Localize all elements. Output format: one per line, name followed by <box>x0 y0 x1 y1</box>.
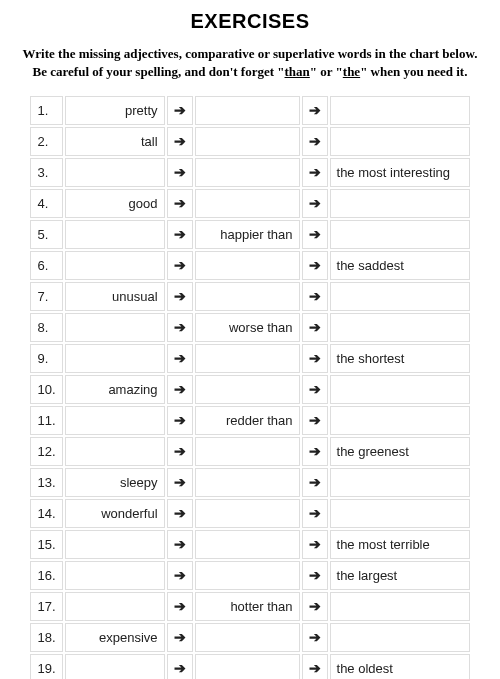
arrow-icon: ➔ <box>167 654 193 679</box>
superlative-cell[interactable] <box>330 220 470 249</box>
comparative-cell[interactable]: redder than <box>195 406 300 435</box>
arrow-icon: ➔ <box>302 189 328 218</box>
table-row: 17.➔hotter than➔ <box>30 592 469 621</box>
row-number: 16. <box>30 561 62 590</box>
table-row: 6.➔➔the saddest <box>30 251 469 280</box>
instructions-line2a: Be careful of your spelling, and don't f… <box>33 64 285 79</box>
comparative-cell[interactable] <box>195 623 300 652</box>
superlative-cell[interactable]: the largest <box>330 561 470 590</box>
instructions-the: the <box>343 64 360 79</box>
comparative-cell[interactable] <box>195 96 300 125</box>
positive-cell[interactable] <box>65 313 165 342</box>
positive-cell[interactable]: unusual <box>65 282 165 311</box>
comparative-cell[interactable] <box>195 189 300 218</box>
comparative-cell[interactable] <box>195 375 300 404</box>
table-row: 8.➔worse than➔ <box>30 313 469 342</box>
comparative-cell[interactable] <box>195 251 300 280</box>
comparative-cell[interactable] <box>195 530 300 559</box>
positive-cell[interactable] <box>65 654 165 679</box>
positive-cell[interactable]: good <box>65 189 165 218</box>
superlative-cell[interactable]: the most interesting <box>330 158 470 187</box>
row-number: 13. <box>30 468 62 497</box>
comparative-cell[interactable] <box>195 282 300 311</box>
superlative-cell[interactable]: the greenest <box>330 437 470 466</box>
comparative-cell[interactable] <box>195 468 300 497</box>
row-number: 7. <box>30 282 62 311</box>
arrow-icon: ➔ <box>302 251 328 280</box>
comparative-cell[interactable] <box>195 437 300 466</box>
row-number: 11. <box>30 406 62 435</box>
superlative-cell[interactable] <box>330 313 470 342</box>
arrow-icon: ➔ <box>167 623 193 652</box>
comparative-cell[interactable] <box>195 344 300 373</box>
comparative-cell[interactable]: happier than <box>195 220 300 249</box>
row-number: 14. <box>30 499 62 528</box>
comparative-cell[interactable] <box>195 499 300 528</box>
positive-cell[interactable]: pretty <box>65 96 165 125</box>
arrow-icon: ➔ <box>302 437 328 466</box>
superlative-cell[interactable] <box>330 96 470 125</box>
arrow-icon: ➔ <box>302 561 328 590</box>
arrow-icon: ➔ <box>302 344 328 373</box>
table-row: 3.➔➔the most interesting <box>30 158 469 187</box>
positive-cell[interactable]: sleepy <box>65 468 165 497</box>
row-number: 6. <box>30 251 62 280</box>
table-row: 14.wonderful➔➔ <box>30 499 469 528</box>
table-row: 12.➔➔the greenest <box>30 437 469 466</box>
superlative-cell[interactable] <box>330 592 470 621</box>
positive-cell[interactable] <box>65 592 165 621</box>
arrow-icon: ➔ <box>167 282 193 311</box>
arrow-icon: ➔ <box>302 530 328 559</box>
arrow-icon: ➔ <box>167 96 193 125</box>
arrow-icon: ➔ <box>167 530 193 559</box>
comparative-cell[interactable] <box>195 127 300 156</box>
arrow-icon: ➔ <box>167 437 193 466</box>
table-row: 16.➔➔the largest <box>30 561 469 590</box>
row-number: 4. <box>30 189 62 218</box>
positive-cell[interactable]: wonderful <box>65 499 165 528</box>
row-number: 15. <box>30 530 62 559</box>
superlative-cell[interactable] <box>330 375 470 404</box>
positive-cell[interactable]: tall <box>65 127 165 156</box>
positive-cell[interactable] <box>65 406 165 435</box>
arrow-icon: ➔ <box>302 499 328 528</box>
arrow-icon: ➔ <box>167 499 193 528</box>
positive-cell[interactable] <box>65 251 165 280</box>
arrow-icon: ➔ <box>302 654 328 679</box>
comparative-cell[interactable] <box>195 561 300 590</box>
comparative-cell[interactable] <box>195 654 300 679</box>
positive-cell[interactable]: expensive <box>65 623 165 652</box>
positive-cell[interactable]: amazing <box>65 375 165 404</box>
superlative-cell[interactable] <box>330 282 470 311</box>
superlative-cell[interactable] <box>330 468 470 497</box>
positive-cell[interactable] <box>65 344 165 373</box>
superlative-cell[interactable]: the most terrible <box>330 530 470 559</box>
arrow-icon: ➔ <box>167 406 193 435</box>
table-row: 4.good➔➔ <box>30 189 469 218</box>
positive-cell[interactable] <box>65 158 165 187</box>
instructions-than: than <box>285 64 310 79</box>
comparative-cell[interactable]: hotter than <box>195 592 300 621</box>
superlative-cell[interactable]: the saddest <box>330 251 470 280</box>
superlative-cell[interactable] <box>330 406 470 435</box>
superlative-cell[interactable]: the shortest <box>330 344 470 373</box>
superlative-cell[interactable] <box>330 623 470 652</box>
table-row: 11.➔redder than➔ <box>30 406 469 435</box>
arrow-icon: ➔ <box>302 623 328 652</box>
comparative-cell[interactable]: worse than <box>195 313 300 342</box>
table-row: 7.unusual➔➔ <box>30 282 469 311</box>
superlative-cell[interactable] <box>330 499 470 528</box>
superlative-cell[interactable]: the oldest <box>330 654 470 679</box>
arrow-icon: ➔ <box>302 220 328 249</box>
instructions-line2b: " or " <box>310 64 343 79</box>
superlative-cell[interactable] <box>330 189 470 218</box>
arrow-icon: ➔ <box>302 592 328 621</box>
positive-cell[interactable] <box>65 220 165 249</box>
row-number: 18. <box>30 623 62 652</box>
positive-cell[interactable] <box>65 530 165 559</box>
superlative-cell[interactable] <box>330 127 470 156</box>
positive-cell[interactable] <box>65 437 165 466</box>
comparative-cell[interactable] <box>195 158 300 187</box>
positive-cell[interactable] <box>65 561 165 590</box>
page-title: EXERCISES <box>10 10 490 33</box>
